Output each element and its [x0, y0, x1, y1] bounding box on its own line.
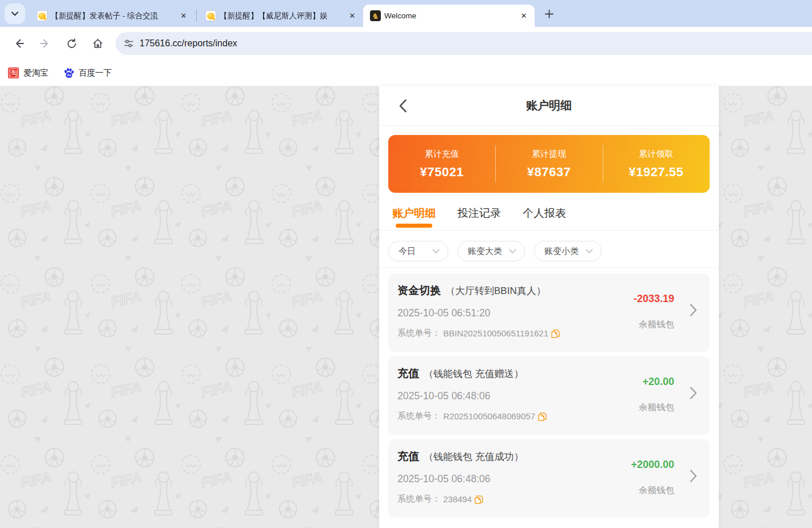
tab-separator	[196, 10, 197, 21]
account-detail-panel: 账户明细 累计充值 ¥75021 累计提现 ¥87637 累计领取 ¥1927.…	[379, 86, 719, 528]
transaction-note: （钱能钱包 充值赠送）	[424, 367, 524, 380]
bookmark-label: 百度一下	[79, 68, 112, 78]
order-label: 系统单号：	[397, 328, 440, 339]
order-number: R202510050648069057	[443, 411, 535, 421]
detail-chevron-icon[interactable]	[690, 303, 697, 317]
transaction-note: （大厅转到BBIN真人）	[445, 284, 546, 297]
transaction-card[interactable]: 充值 （钱能钱包 充值成功） 2025-10-05 06:48:06 系统单号：…	[388, 439, 710, 518]
reload-button[interactable]	[61, 33, 82, 54]
back-chevron-button[interactable]	[394, 97, 411, 114]
summary-label: 累计领取	[639, 149, 673, 160]
copy-icon[interactable]	[538, 412, 547, 421]
wallet-label: 余额钱包	[631, 485, 674, 497]
transaction-type: 充值	[397, 449, 419, 464]
browser-toolbar: 175616.cc/reports/index	[0, 27, 812, 60]
summary-card: 累计充值 ¥75021 累计提现 ¥87637 累计领取 ¥1927.55	[388, 135, 710, 193]
order-number: BBIN202510050651191621	[443, 328, 548, 338]
tab-label: 投注记录	[457, 207, 501, 219]
transaction-card[interactable]: 充值 （钱能钱包 充值赠送） 2025-10-05 06:48:06 系统单号：…	[388, 356, 710, 435]
back-button[interactable]	[9, 33, 29, 54]
bookmark-baidu[interactable]: du 百度一下	[63, 68, 112, 78]
order-label: 系统单号：	[397, 494, 440, 505]
copy-icon[interactable]	[551, 329, 560, 338]
tab-forum-1[interactable]: 【新提醒】发表帖子 - 综合交流 ✕	[30, 5, 194, 27]
summary-section: 累计充值 ¥75021 累计提现 ¥87637 累计领取 ¥1927.55	[379, 126, 719, 193]
summary-value: ¥75021	[420, 165, 463, 180]
home-button[interactable]	[87, 33, 108, 54]
back-arrow-icon	[13, 38, 25, 49]
detail-chevron-icon[interactable]	[690, 469, 697, 483]
forum-favicon-icon	[205, 10, 216, 21]
site-settings-icon[interactable]	[124, 38, 134, 49]
report-tabs: 账户明细 投注记录 个人报表	[379, 193, 719, 231]
tab-close-icon[interactable]: ✕	[178, 11, 189, 21]
tab-account-detail[interactable]: 账户明细	[392, 206, 436, 229]
filter-date-dropdown[interactable]: 今日	[388, 241, 448, 261]
amount: +2000.00	[631, 459, 674, 471]
tab-close-icon[interactable]: ✕	[347, 11, 357, 21]
address-bar[interactable]: 175616.cc/reports/index	[116, 32, 812, 55]
chevron-down-icon	[11, 10, 19, 18]
baidu-icon: du	[63, 68, 74, 78]
plus-icon	[544, 9, 554, 19]
taobao-icon: 淘	[8, 68, 19, 78]
forward-button[interactable]	[35, 33, 55, 54]
chevron-left-icon	[399, 99, 407, 113]
bookmark-label: 爱淘宝	[23, 68, 49, 78]
forum-favicon-icon	[37, 10, 47, 21]
summary-label: 累计充值	[425, 149, 459, 160]
bookmarks-bar: 淘 爱淘宝 du 百度一下	[0, 60, 812, 86]
filter-minor-type-dropdown[interactable]: 账变小类	[534, 241, 602, 261]
new-tab-button[interactable]	[540, 5, 558, 22]
tab-title: Welcome	[384, 11, 515, 20]
filter-row: 今日 账变大类 账变小类	[379, 231, 719, 268]
tab-strip: 【新提醒】发表帖子 - 综合交流 ✕ 【新提醒】【威尼斯人评测】娱 ✕ ♞ We…	[0, 0, 812, 27]
bookmark-taobao[interactable]: 淘 爱淘宝	[8, 68, 49, 78]
tab-bet-records[interactable]: 投注记录	[457, 206, 501, 229]
copy-icon[interactable]	[475, 495, 483, 504]
transaction-card[interactable]: 资金切换 （大厅转到BBIN真人） 2025-10-05 06:51:20 系统…	[388, 273, 710, 352]
home-icon	[92, 38, 104, 49]
tab-search-button[interactable]	[5, 3, 25, 24]
page-title: 账户明细	[526, 98, 572, 113]
tab-title: 【新提醒】【威尼斯人评测】娱	[220, 11, 344, 21]
amount: -2033.19	[634, 293, 674, 305]
tab-label: 账户明细	[392, 207, 436, 219]
tab-personal-report[interactable]: 个人报表	[523, 206, 566, 229]
tab-close-icon[interactable]: ✕	[519, 11, 529, 21]
filter-major-type-dropdown[interactable]: 账变大类	[457, 241, 525, 261]
summary-total-withdraw: 累计提现 ¥87637	[495, 135, 602, 193]
tab-welcome-active[interactable]: ♞ Welcome ✕	[363, 5, 535, 27]
site-favicon-icon: ♞	[370, 10, 381, 21]
svg-text:du: du	[67, 73, 71, 77]
wallet-label: 余额钱包	[634, 319, 674, 331]
tab-forum-2[interactable]: 【新提醒】【威尼斯人评测】娱 ✕	[198, 5, 363, 27]
transaction-type: 充值	[397, 366, 419, 381]
tab-title: 【新提醒】发表帖子 - 综合交流	[51, 11, 175, 21]
chevron-down-icon	[509, 249, 516, 254]
active-tab-underline	[396, 224, 432, 228]
filter-label: 账变大类	[468, 246, 502, 257]
url-text[interactable]: 175616.cc/reports/index	[140, 38, 237, 49]
page-viewport: FIFA	[0, 86, 812, 528]
summary-value: ¥87637	[527, 165, 571, 180]
transaction-list: 资金切换 （大厅转到BBIN真人） 2025-10-05 06:51:20 系统…	[379, 268, 719, 528]
tab-label: 个人报表	[523, 207, 566, 219]
reload-icon	[66, 38, 77, 49]
detail-chevron-icon[interactable]	[690, 386, 697, 400]
filter-label: 账变小类	[544, 246, 579, 257]
chevron-down-icon	[586, 249, 593, 254]
forward-arrow-icon	[39, 38, 51, 49]
order-label: 系统单号：	[397, 411, 440, 422]
panel-header: 账户明细	[379, 86, 719, 126]
transaction-note: （钱能钱包 充值成功）	[424, 450, 524, 463]
amount: +20.00	[639, 376, 674, 388]
summary-value: ¥1927.55	[628, 165, 683, 180]
summary-label: 累计提现	[532, 149, 566, 160]
summary-total-deposit: 累计充值 ¥75021	[388, 135, 495, 193]
summary-total-claimed: 累计领取 ¥1927.55	[603, 135, 710, 193]
transaction-type: 资金切换	[397, 283, 441, 298]
wallet-label: 余额钱包	[639, 402, 674, 414]
order-number: 238494	[443, 494, 472, 504]
chevron-down-icon	[432, 249, 440, 254]
